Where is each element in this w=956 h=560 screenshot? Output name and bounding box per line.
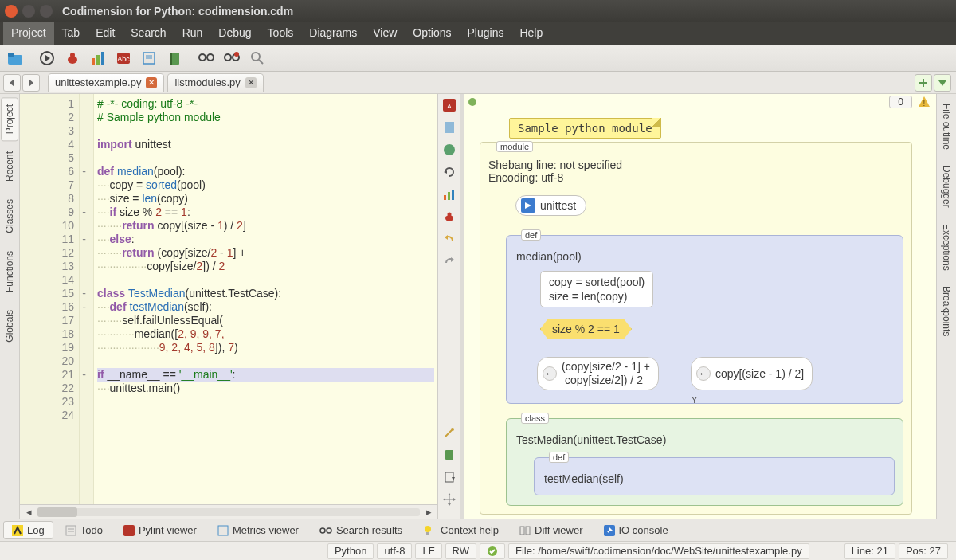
right-dock-outline[interactable]: File outline [938, 97, 954, 156]
svg-rect-64 [426, 532, 429, 535]
menu-edit[interactable]: Edit [88, 22, 123, 45]
io-icon [604, 525, 615, 536]
menu-run[interactable]: Run [174, 22, 211, 45]
status-lang[interactable]: Python [327, 543, 374, 559]
menu-tab[interactable]: Tab [54, 22, 88, 45]
move-icon[interactable] [441, 491, 457, 507]
scroll-right-icon[interactable]: ▸ [423, 506, 434, 518]
todo-icon [65, 525, 76, 536]
binoculars-icon [319, 526, 332, 535]
svg-point-16 [199, 54, 206, 61]
editor-tab-1[interactable]: listmodules.py ✕ [167, 73, 263, 92]
menu-diagrams[interactable]: Diagrams [301, 22, 365, 45]
toolbar-metrics[interactable] [88, 48, 108, 69]
bottom-tab-log[interactable]: Log [3, 521, 53, 539]
toolbar-run[interactable] [37, 48, 57, 69]
window-maximize-button[interactable] [40, 5, 53, 18]
menu-help[interactable]: Help [511, 22, 550, 45]
condition-node[interactable]: size % 2 == 1 [540, 319, 632, 339]
tab-nav-forward[interactable] [22, 74, 40, 92]
code-body[interactable]: # -*- coding: utf-8 -*- # Sample python … [94, 94, 437, 519]
svg-rect-60 [218, 526, 228, 535]
toolbar-debug[interactable] [62, 48, 83, 69]
left-dock-globals[interactable]: Globals [1, 303, 18, 350]
undo-icon[interactable] [441, 231, 457, 247]
bottom-tab-diff[interactable]: Diff viewer [511, 521, 591, 539]
status-enc[interactable]: utf-8 [377, 543, 412, 559]
doc-export-icon[interactable] [441, 469, 457, 485]
status-pos: Pos: 27 [899, 543, 948, 559]
globe-icon[interactable] [441, 142, 457, 158]
editor-hscroll[interactable]: ◂ ▸ [20, 504, 437, 519]
titlebar: Codimension for Python: codimension.cdm [0, 0, 956, 22]
window-title: Codimension for Python: codimension.cdm [62, 5, 293, 18]
bottom-tab-metrics[interactable]: Metrics viewer [209, 521, 308, 539]
bug-icon[interactable] [441, 209, 457, 225]
method-box[interactable]: def testMedian(self) [534, 457, 895, 495]
warning-icon[interactable]: ! [917, 95, 931, 109]
refresh-icon[interactable] [441, 164, 457, 180]
window-minimize-button[interactable] [22, 5, 35, 18]
function-box-median[interactable]: def median(pool) copy = sorted(pool) siz… [506, 235, 903, 404]
code-node[interactable]: copy = sorted(pool) size = len(copy) [540, 271, 653, 307]
add-panel-button[interactable] [915, 74, 932, 92]
bottom-tab-todo[interactable]: Todo [57, 521, 112, 539]
bottom-tab-io[interactable]: IO console [595, 521, 677, 539]
class-box[interactable]: class TestMedian(unittest.TestCase) def … [506, 418, 903, 506]
svg-text:!: ! [923, 99, 926, 108]
panel-dropdown[interactable] [934, 74, 951, 92]
tab-close-icon[interactable]: ✕ [245, 77, 257, 88]
module-docstring-note[interactable]: Sample python module [509, 118, 661, 139]
flowchart-panel[interactable]: 0 ! Sample python module module Shebang … [464, 94, 936, 519]
left-dock-recent[interactable]: Recent [1, 144, 18, 189]
menu-search[interactable]: Search [123, 22, 174, 45]
bottom-tab-pylint[interactable]: Pylint viewer [115, 521, 206, 539]
return-node-if[interactable]: ←copy[(size - 1) / 2] [691, 357, 813, 390]
right-dock-exceptions[interactable]: Exceptions [938, 217, 954, 277]
toolbar-search[interactable] [247, 48, 268, 69]
module-box[interactable]: module Shebang line: not specified Encod… [480, 142, 912, 515]
metrics-icon [217, 525, 229, 536]
menu-view[interactable]: View [365, 22, 405, 45]
status-eol[interactable]: LF [415, 543, 441, 559]
toolbar-open-project[interactable] [5, 48, 25, 69]
toolbar-find-debug[interactable] [221, 48, 242, 69]
book-icon[interactable] [441, 447, 457, 463]
left-dock-functions[interactable]: Functions [1, 244, 18, 300]
menu-plugins[interactable]: Plugins [460, 22, 512, 45]
menu-project[interactable]: Project [3, 22, 54, 45]
svg-point-42 [451, 428, 454, 431]
redo-icon[interactable] [441, 253, 457, 269]
page-icon[interactable] [441, 119, 457, 135]
toolbar-spellcheck[interactable]: Abc [113, 48, 134, 69]
menu-options[interactable]: Options [405, 22, 459, 45]
toolbar-find[interactable] [196, 48, 217, 69]
right-dock-debugger[interactable]: Debugger [938, 159, 954, 214]
tab-nav-back[interactable] [3, 74, 21, 92]
editor-tab-0[interactable]: unittestexample.py ✕ [48, 73, 164, 92]
bottom-tab-context[interactable]: Context help [414, 521, 507, 539]
dict-icon[interactable]: A [441, 97, 457, 113]
return-node-else[interactable]: ←(copy[size/2 - 1] + copy[size/2]) / 2 [537, 357, 659, 390]
warning-count[interactable]: 0 [889, 96, 912, 108]
menu-debug[interactable]: Debug [210, 22, 259, 45]
svg-rect-65 [520, 527, 524, 535]
wand-icon[interactable] [441, 425, 457, 441]
left-dock-classes[interactable]: Classes [1, 192, 18, 241]
right-dock-breakpoints[interactable]: Breakpoints [938, 280, 954, 343]
bottom-tab-search[interactable]: Search results [311, 521, 411, 539]
menu-tools[interactable]: Tools [260, 22, 302, 45]
left-dock-project[interactable]: Project [1, 97, 18, 141]
toolbar-book[interactable] [164, 48, 185, 69]
fold-gutter[interactable]: - - - - - - [80, 94, 94, 519]
tab-label: unittestexample.py [55, 76, 141, 88]
svg-point-62 [327, 528, 331, 533]
editor-tabrow: unittestexample.py ✕ listmodules.py ✕ [0, 72, 956, 94]
chart-icon[interactable] [441, 186, 457, 202]
import-node[interactable]: unittest [515, 195, 586, 216]
code-editor[interactable]: 1 2 3 4 5 6 7 8 9 10 11 12 13 14 15 16 1… [20, 94, 438, 519]
tab-close-icon[interactable]: ✕ [146, 77, 157, 88]
window-close-button[interactable] [5, 5, 18, 18]
scroll-left-icon[interactable]: ◂ [23, 506, 34, 518]
toolbar-format[interactable] [139, 48, 159, 69]
